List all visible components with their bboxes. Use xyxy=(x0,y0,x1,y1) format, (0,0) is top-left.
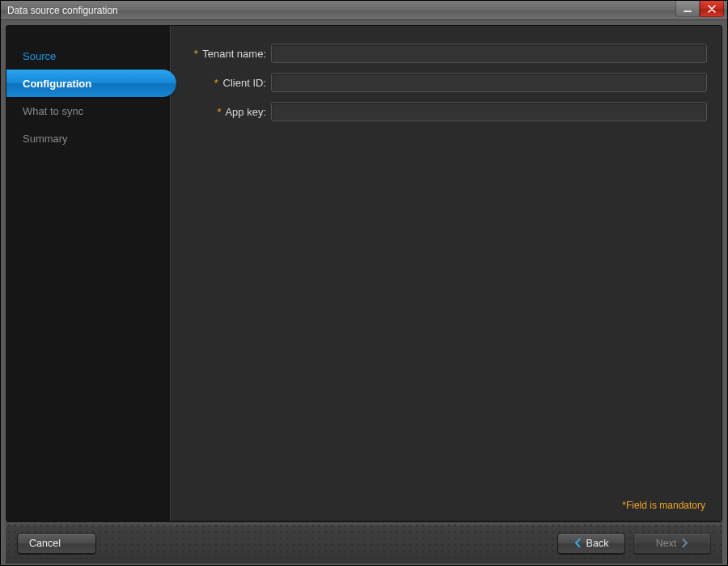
label-text: Client ID: xyxy=(223,77,266,89)
next-button[interactable]: Next xyxy=(633,533,711,554)
required-asterisk: * xyxy=(194,48,198,60)
body-frame: Source Configuration What to sync Summar… xyxy=(1,20,727,565)
button-label: Next xyxy=(656,538,677,549)
form-row-app-key: * App key: xyxy=(176,102,707,121)
tenant-name-input[interactable] xyxy=(271,44,707,63)
footer-bar: Cancel Back Next xyxy=(6,522,722,564)
button-label: Back xyxy=(586,538,609,549)
minimize-icon xyxy=(684,11,692,12)
app-key-input[interactable] xyxy=(271,102,707,121)
back-button[interactable]: Back xyxy=(557,533,625,554)
label-text: Tenant name: xyxy=(202,48,266,60)
chevron-right-icon xyxy=(681,539,688,547)
cancel-button[interactable]: Cancel xyxy=(17,533,96,554)
sidebar-item-configuration[interactable]: Configuration xyxy=(6,70,176,97)
close-button[interactable] xyxy=(700,1,724,17)
sidebar-item-label: Summary xyxy=(23,133,68,145)
title-bar: Data source configuration xyxy=(1,1,727,20)
form-area: * Tenant name: * Client ID: * App ke xyxy=(171,26,722,521)
app-key-label: * App key: xyxy=(176,106,271,118)
label-text: App key: xyxy=(225,106,266,118)
sidebar-item-label: What to sync xyxy=(23,105,83,117)
minimize-button[interactable] xyxy=(675,1,700,17)
wizard-sidebar: Source Configuration What to sync Summar… xyxy=(6,26,171,521)
close-icon xyxy=(708,2,716,16)
sidebar-item-summary[interactable]: Summary xyxy=(6,125,170,152)
mandatory-field-note: *Field is mandatory xyxy=(622,500,705,511)
sidebar-item-label: Configuration xyxy=(23,78,91,90)
sidebar-item-what-to-sync[interactable]: What to sync xyxy=(6,97,170,125)
client-id-label: * Client ID: xyxy=(176,77,271,89)
chevron-left-icon xyxy=(574,539,582,547)
button-label: Cancel xyxy=(29,538,61,549)
window-controls xyxy=(675,1,727,19)
sidebar-item-source[interactable]: Source xyxy=(6,42,170,70)
content-panel: Source Configuration What to sync Summar… xyxy=(6,25,722,522)
required-asterisk: * xyxy=(214,77,218,89)
window-title: Data source configuration xyxy=(7,5,675,16)
client-id-input[interactable] xyxy=(271,73,707,92)
sidebar-item-label: Source xyxy=(23,50,56,62)
form-row-tenant-name: * Tenant name: xyxy=(176,44,707,63)
dialog-window: Data source configuration Source Configu… xyxy=(0,0,728,566)
form-row-client-id: * Client ID: xyxy=(176,73,707,92)
required-asterisk: * xyxy=(217,106,221,118)
tenant-name-label: * Tenant name: xyxy=(176,48,271,60)
